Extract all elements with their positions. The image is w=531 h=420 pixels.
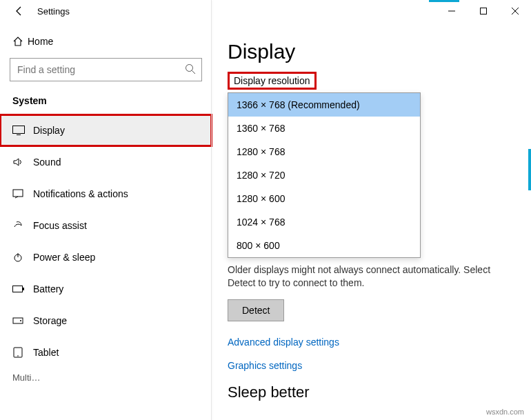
home-nav[interactable]: Home: [0, 29, 212, 54]
close-button[interactable]: [499, 0, 531, 22]
svg-rect-1: [481, 8, 487, 14]
nav-label: Storage: [33, 315, 67, 326]
nav-tablet[interactable]: Tablet: [0, 337, 212, 368]
nav-label: Display: [33, 125, 65, 136]
nav-label: Tablet: [33, 347, 59, 358]
search-icon: [184, 63, 197, 75]
home-label: Home: [28, 36, 53, 47]
resolution-option[interactable]: 1360 × 768: [228, 117, 420, 140]
svg-rect-9: [13, 286, 23, 292]
resolution-option[interactable]: 800 × 600: [228, 234, 420, 257]
advanced-display-link[interactable]: Advanced display settings: [228, 337, 516, 348]
svg-point-2: [186, 65, 193, 72]
tablet-icon: [12, 347, 33, 358]
window-title: Settings: [37, 6, 70, 17]
nav-label: Notifications & actions: [33, 188, 128, 199]
nav-label: Sound: [33, 157, 61, 168]
svg-point-12: [20, 320, 21, 321]
graphics-settings-link[interactable]: Graphics settings: [228, 360, 516, 371]
watermark: wsxdn.com: [486, 408, 524, 416]
home-icon: [12, 36, 28, 47]
svg-rect-6: [13, 190, 23, 197]
maximize-button[interactable]: [468, 0, 499, 22]
nav-battery[interactable]: Battery: [0, 273, 212, 305]
resolution-dropdown[interactable]: 1366 × 768 (Recommended) 1360 × 768 1280…: [228, 92, 421, 258]
nav-power[interactable]: Power & sleep: [0, 241, 212, 273]
nav-label: Focus assist: [33, 220, 87, 231]
minimize-button[interactable]: [436, 0, 468, 22]
sound-icon: [12, 157, 33, 168]
display-icon: [12, 126, 33, 135]
nav-label: Power & sleep: [33, 252, 95, 263]
svg-line-3: [192, 71, 196, 74]
nav-focus[interactable]: Focus assist: [0, 210, 212, 241]
battery-icon: [12, 285, 33, 293]
nav-truncated: Multi…: [0, 368, 212, 387]
search-input[interactable]: [10, 58, 202, 81]
back-button[interactable]: [8, 0, 30, 22]
nav-notifications[interactable]: Notifications & actions: [0, 178, 212, 210]
focus-icon: [12, 220, 33, 231]
resolution-option[interactable]: 1024 × 768: [228, 210, 420, 234]
resolution-option[interactable]: 1280 × 720: [228, 163, 420, 187]
svg-rect-4: [13, 126, 25, 134]
nav-label: Battery: [33, 283, 63, 294]
section-label: Display resolution: [228, 72, 317, 90]
svg-rect-10: [23, 288, 24, 290]
notifications-icon: [12, 188, 33, 199]
detect-button[interactable]: Detect: [228, 299, 284, 321]
resolution-option[interactable]: 1280 × 768: [228, 140, 420, 163]
page-title: Display: [228, 40, 516, 63]
nav-sound[interactable]: Sound: [0, 146, 212, 178]
storage-icon: [12, 315, 33, 326]
power-icon: [12, 252, 33, 263]
nav-display[interactable]: Display: [0, 114, 212, 146]
group-label: System: [0, 91, 212, 114]
resolution-option[interactable]: 1366 × 768 (Recommended): [228, 93, 420, 117]
svg-point-14: [17, 355, 19, 357]
resolution-option[interactable]: 1280 × 600: [228, 187, 420, 210]
sleep-heading: Sleep better: [228, 383, 516, 401]
description-text: Older displays might not always connect …: [228, 263, 503, 290]
nav-storage[interactable]: Storage: [0, 305, 212, 337]
